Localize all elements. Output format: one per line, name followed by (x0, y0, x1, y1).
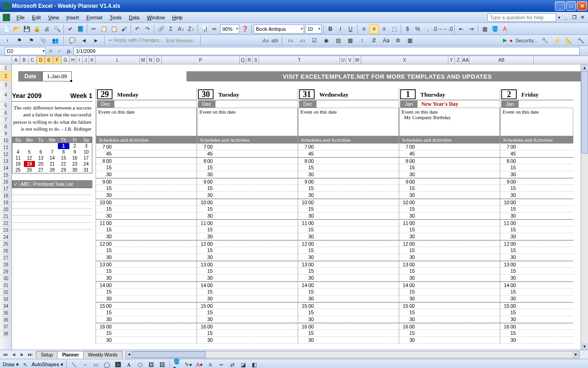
row-header-17[interactable]: 17 (0, 185, 11, 192)
tasklist-rows[interactable] (12, 188, 92, 230)
tab-prev-icon[interactable]: ◄ (10, 351, 17, 358)
date-cell[interactable]: 1-Jan-09 (42, 71, 72, 81)
mini-calendar[interactable]: SuMoTuWeThFrSa 1234567891011121314151617… (12, 137, 92, 173)
row-header-29[interactable]: 29 (0, 268, 11, 275)
row-header-14[interactable]: 14 (0, 165, 11, 172)
scroll-down-icon[interactable]: ▼ (581, 343, 588, 350)
sheet-tab-planner[interactable]: Planner (57, 351, 84, 358)
open-icon[interactable]: 📂 (12, 24, 21, 34)
end-review-button[interactable]: End Review... (166, 38, 197, 43)
row-header-15[interactable]: 15 (0, 172, 11, 178)
scroll-right-icon[interactable]: ► (573, 351, 579, 358)
tab-last-icon[interactable]: ⏭ (27, 351, 34, 358)
col-header-A[interactable]: A (12, 56, 20, 64)
select-objects-icon[interactable]: ↖ (21, 360, 30, 368)
print-icon[interactable]: 🖨 (42, 24, 51, 34)
menu-edit[interactable]: Edit (28, 14, 45, 21)
col-header-W[interactable]: W (354, 56, 361, 64)
spelling-icon[interactable]: ✔ (66, 24, 75, 34)
row-header-7[interactable]: 7 (0, 116, 11, 123)
group-box-icon[interactable]: ▭ (286, 36, 295, 45)
col-header-R[interactable]: R (246, 56, 253, 64)
permission-icon[interactable]: 🔒 (32, 24, 41, 34)
wordart-icon[interactable]: 𝐀 (124, 360, 134, 368)
label-icon[interactable]: Aa (381, 36, 390, 45)
col-header-S[interactable]: S (253, 56, 259, 64)
edit-code-icon[interactable]: ⚙ (393, 36, 402, 45)
row-header-26[interactable]: 26 (0, 247, 11, 254)
font-size-dropdown[interactable]: 10 (305, 24, 322, 34)
col-header-P[interactable]: P (162, 56, 240, 64)
col-header-V[interactable]: V (346, 56, 354, 64)
underline-icon[interactable]: U (346, 24, 355, 34)
menu-help[interactable]: Help (169, 14, 187, 21)
row-header-30[interactable]: 30 (0, 275, 11, 282)
decrease-decimal-icon[interactable]: ←.0 (443, 24, 452, 34)
row-header-20[interactable]: 20 (0, 206, 11, 213)
help-search[interactable] (487, 13, 556, 22)
minimize-button[interactable]: _ (555, 1, 565, 11)
align-center-icon[interactable]: ≡ (369, 24, 379, 34)
design-mode-icon[interactable]: 📐 (564, 36, 573, 45)
row-header-5[interactable]: 5 (0, 102, 11, 109)
schedule-grid[interactable]: 7004580015309001530100015301100153012001… (399, 144, 500, 344)
scroll-up-icon[interactable]: ▲ (581, 64, 588, 71)
row-header-16[interactable]: 16 (0, 178, 11, 185)
row-header-28[interactable]: 28 (0, 261, 11, 268)
row-header-21[interactable]: 21 (0, 213, 11, 220)
col-header-Q[interactable]: Q (240, 56, 246, 64)
scroll-left-icon[interactable]: ◄ (126, 351, 132, 358)
col-header-I[interactable]: I (76, 56, 83, 64)
attach-icon[interactable]: 📎 (39, 36, 48, 45)
new-icon[interactable]: 📄 (2, 24, 11, 34)
arrow-style-icon[interactable]: ⇄ (228, 360, 237, 368)
schedule-grid[interactable]: 7004580015309001530100015301100153012001… (298, 144, 399, 344)
doc-minimize-button[interactable]: _ (562, 14, 570, 21)
sort-desc-icon[interactable]: Z↓ (187, 24, 196, 34)
italic-icon[interactable]: I (336, 24, 345, 34)
arrow-icon[interactable]: → (80, 360, 90, 368)
sort-asc-icon[interactable]: A↓ (176, 24, 186, 34)
help-dropdown-icon[interactable]: ▾ (558, 15, 560, 20)
col-header-Z[interactable]: Z (455, 56, 462, 64)
sheet-tab-weekly-words[interactable]: Weekly Words (83, 351, 123, 358)
prev-comment-icon[interactable]: ◄ (79, 36, 89, 45)
fx-icon[interactable]: fx (67, 48, 71, 54)
print-preview-icon[interactable]: 🔍 (52, 24, 62, 34)
row-header-13[interactable]: 13 (0, 158, 11, 165)
row-header-1[interactable]: 1 (0, 64, 11, 71)
row-header-12[interactable]: 12 (0, 151, 11, 158)
menu-tools[interactable]: Tools (106, 14, 125, 21)
row-header-9[interactable]: 9 (0, 130, 11, 137)
row-header-25[interactable]: 25 (0, 241, 11, 247)
enter-formula-icon[interactable]: ✓ (55, 46, 64, 56)
worksheet-grid[interactable]: 1234567891011121314151617181920212223242… (0, 64, 588, 350)
hyperlink-icon[interactable]: 🔗 (156, 24, 165, 34)
menu-format[interactable]: Format (83, 14, 106, 21)
col-header-Y[interactable]: Y (448, 56, 455, 64)
fill-color-icon[interactable]: 🪣 (490, 24, 499, 34)
comment-icon[interactable]: 💬 (68, 36, 77, 45)
row-header-27[interactable]: 27 (0, 254, 11, 261)
menu-insert[interactable]: Insert (62, 14, 83, 21)
font-dropdown[interactable]: Book Antiqua (254, 24, 304, 34)
spinner-icon[interactable]: ⇵ (369, 36, 379, 45)
schedule-grid[interactable]: 7004580015309001530100015301100153012001… (500, 144, 573, 344)
align-right-icon[interactable]: ≡ (379, 24, 389, 34)
3d-icon[interactable]: ◧ (250, 360, 259, 368)
name-box[interactable]: D2 (5, 47, 46, 55)
merge-center-icon[interactable]: ⬚ (390, 24, 399, 34)
picture-icon[interactable]: 🖼 (158, 360, 167, 368)
fill-color-draw-icon[interactable]: 🪣▾ (173, 360, 182, 368)
row-header-38[interactable]: 38 (0, 330, 11, 337)
scrollbar-icon[interactable]: ↕ (357, 36, 367, 45)
shadow-icon[interactable]: ◪ (239, 360, 248, 368)
listbox-icon[interactable]: ▤ (334, 36, 343, 45)
row-header-37[interactable]: 37 (0, 323, 11, 330)
vertical-scrollbar[interactable]: ▲ ▼ (581, 64, 588, 350)
increase-indent-icon[interactable]: ⇥ (467, 24, 476, 34)
flag-blue-icon[interactable]: ⚑ (15, 36, 24, 45)
col-header-F[interactable]: F (53, 56, 62, 64)
row-header-23[interactable]: 23 (0, 227, 11, 234)
row-header-19[interactable]: 19 (0, 199, 11, 206)
